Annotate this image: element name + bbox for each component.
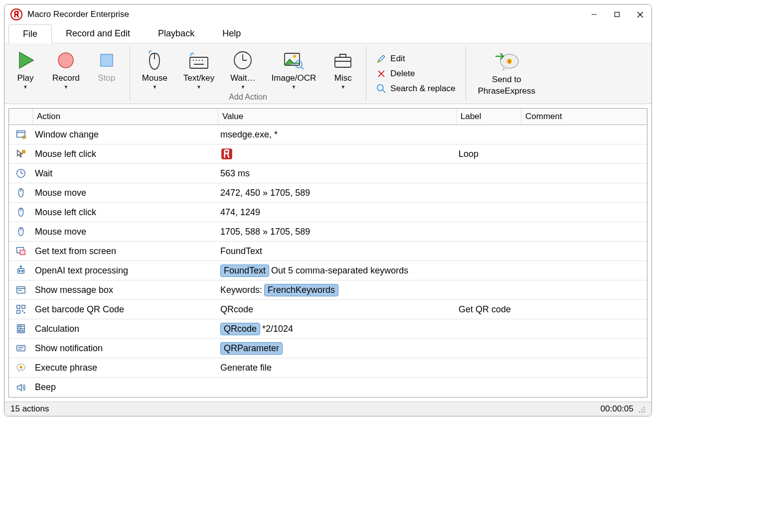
actions-grid[interactable]: Action Value Label Comment Window change… <box>8 108 647 398</box>
cell-comment <box>521 151 647 157</box>
variable-token: QRParameter <box>220 342 283 355</box>
cell-comment <box>521 170 647 176</box>
menu-playback[interactable]: Playback <box>144 24 208 43</box>
svg-point-44 <box>19 270 20 272</box>
svg-text:+: + <box>18 325 20 328</box>
close-button[interactable] <box>628 4 651 24</box>
clock-icon <box>232 49 254 71</box>
cell-label <box>457 267 521 273</box>
svg-rect-8 <box>190 57 208 68</box>
record-button[interactable]: Record ▼ <box>45 47 87 92</box>
cell-label <box>457 209 521 215</box>
cell-value: 1705, 588 » 1705, 589 <box>218 224 457 240</box>
status-action-count: 15 actions <box>10 404 49 414</box>
clock-icon <box>9 168 33 179</box>
svg-line-20 <box>301 67 304 69</box>
grid-row[interactable]: Show message boxKeywords: FrenchKeywords <box>9 280 647 300</box>
cell-value <box>218 385 457 391</box>
cell-label <box>457 287 521 293</box>
cell-label <box>457 229 521 235</box>
grid-row[interactable]: Beep <box>9 378 647 397</box>
grid-row[interactable]: Wait563 ms <box>9 164 647 183</box>
grid-row[interactable]: +−×÷CalculationQRcode*2/1024 <box>9 319 647 339</box>
cell-label <box>457 190 521 196</box>
column-header-icon[interactable] <box>9 109 33 125</box>
cell-label <box>457 132 521 137</box>
content-area: Action Value Label Comment Window change… <box>4 104 651 401</box>
statusbar: 15 actions 00:00:05 <box>4 401 651 416</box>
cell-label <box>457 345 521 351</box>
grid-row[interactable]: Mouse left clickLoop <box>9 144 647 164</box>
cell-comment <box>521 229 647 235</box>
toolbox-icon <box>332 49 354 71</box>
add-imageocr-button[interactable]: Image/OCR ▼ <box>265 47 323 92</box>
edit-action-link[interactable]: Edit <box>376 54 455 64</box>
cell-value: 563 ms <box>218 165 457 182</box>
search-replace-link[interactable]: Search & replace <box>376 84 455 94</box>
svg-text:−: − <box>22 325 23 328</box>
svg-rect-52 <box>22 305 25 308</box>
cell-value: QRcode <box>218 301 457 318</box>
add-misc-button[interactable]: Misc ▼ <box>325 47 361 92</box>
menu-help[interactable]: Help <box>208 24 255 43</box>
column-header-value[interactable]: Value <box>218 109 457 125</box>
chevron-down-icon: ▼ <box>196 84 201 90</box>
svg-rect-63 <box>17 346 25 351</box>
add-wait-button[interactable]: Wait… ▼ <box>223 47 262 92</box>
menu-record-edit[interactable]: Record and Edit <box>52 24 144 43</box>
cell-comment <box>521 385 647 391</box>
grid-row[interactable]: Mouse move2472, 450 » 1705, 589 <box>9 183 647 203</box>
app-title: Macro Recorder Enterprise <box>27 9 129 19</box>
resize-grip-icon[interactable] <box>638 405 645 412</box>
chevron-down-icon: ▼ <box>292 84 297 90</box>
robot-icon <box>9 265 33 276</box>
titlebar: Macro Recorder Enterprise <box>4 4 651 24</box>
grid-body: Window changemsedge.exe, *Mouse left cli… <box>9 125 647 397</box>
grid-row[interactable]: Get text from screenFoundText <box>9 242 647 261</box>
variable-token: QRcode <box>220 323 260 335</box>
svg-rect-55 <box>24 312 25 314</box>
grid-row[interactable]: OpenAI text processingFoundText Out 5 co… <box>9 261 647 280</box>
svg-rect-51 <box>17 305 20 308</box>
cell-comment <box>521 326 647 332</box>
menu-file[interactable]: File <box>8 24 52 43</box>
cell-value: QRcode*2/1024 <box>218 320 457 338</box>
send-to-phraseexpress-button[interactable]: ! Send toPhraseExpress <box>468 43 545 104</box>
phraseexpress-icon: ! <box>492 50 520 72</box>
svg-text:!: ! <box>20 366 21 369</box>
cell-value: FoundText <box>218 243 457 260</box>
grid-row[interactable]: Mouse left click474, 1249 <box>9 203 647 222</box>
play-button[interactable]: Play ▼ <box>7 47 43 92</box>
maximize-button[interactable] <box>606 4 628 24</box>
cell-action: Get barcode QR Code <box>33 301 218 318</box>
ribbon-group-label-add-action: Add Action <box>135 93 361 102</box>
app-logo-icon <box>10 8 22 20</box>
minimize-button[interactable] <box>583 4 606 24</box>
cell-comment <box>521 248 647 254</box>
grid-row[interactable]: Get barcode QR CodeQRcodeGet QR code <box>9 300 647 319</box>
column-header-comment[interactable]: Comment <box>521 109 647 125</box>
svg-point-25 <box>377 85 383 91</box>
svg-point-19 <box>295 61 302 68</box>
grid-row[interactable]: Window changemsedge.exe, * <box>9 125 647 144</box>
svg-rect-33 <box>22 150 25 153</box>
add-mouse-button[interactable]: Mouse ▼ <box>135 47 174 92</box>
stop-button[interactable]: Stop <box>89 47 125 92</box>
search-icon <box>376 84 386 94</box>
notification-icon <box>9 343 33 354</box>
column-header-action[interactable]: Action <box>33 109 218 125</box>
delete-action-link[interactable]: Delete <box>376 69 455 79</box>
cell-label <box>457 385 521 391</box>
svg-text:÷: ÷ <box>22 329 23 332</box>
cell-action: Mouse left click <box>33 146 218 162</box>
chevron-down-icon: ▼ <box>23 84 28 90</box>
calculator-icon: +−×÷ <box>9 323 33 334</box>
grid-row[interactable]: Mouse move1705, 588 » 1705, 589 <box>9 222 647 242</box>
svg-rect-6 <box>101 54 113 66</box>
grid-row[interactable]: Show notificationQRParameter <box>9 339 647 358</box>
add-textkey-button[interactable]: Text/key ▼ <box>176 47 221 92</box>
svg-rect-54 <box>22 310 23 312</box>
cell-label <box>457 170 521 176</box>
column-header-label[interactable]: Label <box>457 109 521 125</box>
grid-row[interactable]: !Execute phraseGenerate file <box>9 358 647 378</box>
